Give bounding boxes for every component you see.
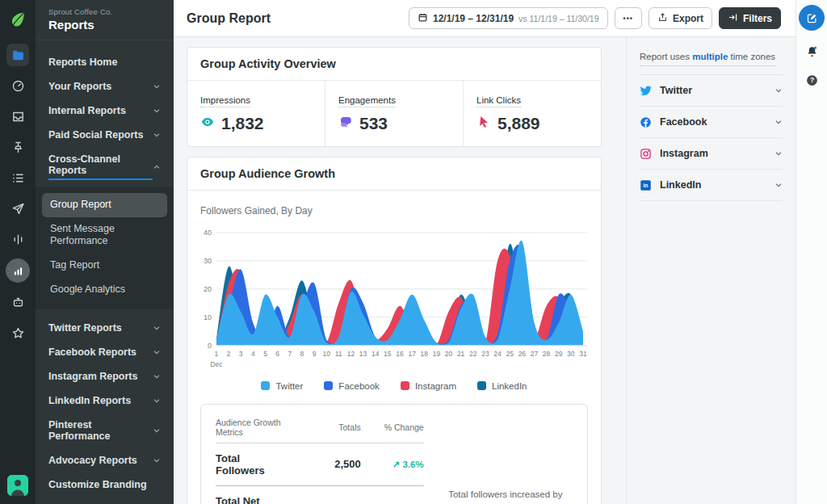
instagram-icon: [640, 148, 652, 160]
metric-label[interactable]: Link Clicks: [476, 95, 521, 107]
sidebar-item-pinterest-performance[interactable]: Pinterest Performance: [36, 413, 174, 448]
svg-text:17: 17: [408, 350, 416, 358]
page-title: Group Report: [187, 11, 271, 26]
followers-increase-stat: Total followers increased by 3.6%: [424, 418, 573, 504]
sprout-logo-icon[interactable]: [6, 8, 29, 31]
bot-icon[interactable]: [6, 291, 29, 313]
legend-item-twitter[interactable]: Twitter: [261, 381, 303, 391]
sidebar-item-twitter-reports[interactable]: Twitter Reports: [36, 316, 174, 340]
channel-section-facebook[interactable]: Facebook: [640, 106, 783, 137]
svg-text:26: 26: [518, 350, 527, 358]
svg-text:Dec: Dec: [210, 360, 223, 368]
audience-growth-chart-wrap[interactable]: 0102030401234567891011121314151617181920…: [200, 228, 588, 370]
folder-icon[interactable]: [6, 44, 29, 66]
sidebar-item-advocacy-reports[interactable]: Advocacy Reports: [36, 448, 174, 472]
cross-channel-submenu: Group Report Sent Message Performance Ta…: [36, 187, 174, 309]
sidebar-item-reports-home[interactable]: Reports Home: [36, 50, 174, 74]
table-row: Total Net Follower Growth 39: [216, 486, 424, 504]
sidebar-nav-channels: Twitter Reports Facebook Reports Instagr…: [36, 309, 174, 497]
metric-label[interactable]: Impressions: [200, 95, 250, 107]
facebook-icon: [640, 116, 652, 128]
group-activity-overview-card: Group Activity Overview Impressions 1,83…: [187, 47, 602, 147]
help-icon[interactable]: ?: [805, 74, 819, 87]
chevron-down-icon: [775, 146, 783, 161]
send-icon[interactable]: [6, 197, 29, 220]
svg-text:4: 4: [251, 350, 255, 358]
sidebar-item-internal-reports[interactable]: Internal Reports: [36, 99, 174, 123]
filters-button[interactable]: Filters: [719, 7, 781, 29]
table-header-row: Audience Growth Metrics Totals % Change: [216, 418, 424, 443]
svg-text:20: 20: [204, 285, 212, 293]
svg-text:8: 8: [300, 350, 304, 358]
sidebar-item-cross-channel-reports[interactable]: Cross-Channel Reports: [36, 147, 174, 187]
stat-caption: Total followers increased by: [448, 489, 562, 499]
channel-section-instagram[interactable]: Instagram: [640, 137, 783, 169]
sidebar-item-your-reports[interactable]: Your Reports: [36, 74, 174, 99]
svg-text:23: 23: [481, 350, 489, 358]
card-title: Group Audience Growth: [187, 158, 601, 191]
filters-icon: [728, 12, 738, 25]
account-name: Sprout Coffee Co.: [48, 7, 161, 16]
pin-icon[interactable]: [6, 136, 29, 158]
metric-impressions: Impressions 1,832: [187, 81, 325, 146]
chevron-down-icon: [153, 456, 161, 464]
list-icon[interactable]: [6, 166, 29, 189]
main-column: Group Report 12/1/19 – 12/31/19 vs 11/1/…: [174, 0, 796, 504]
chevron-up-icon: [153, 163, 161, 171]
export-button[interactable]: Export: [649, 7, 712, 29]
compose-button[interactable]: [799, 5, 825, 31]
legend-item-facebook[interactable]: Facebook: [324, 381, 380, 391]
sidebar-item-linkedin-reports[interactable]: LinkedIn Reports: [36, 388, 174, 413]
audience-growth-metrics-box: Audience Growth Metrics Totals % Change …: [200, 404, 588, 504]
svg-text:19: 19: [433, 350, 441, 358]
chevron-down-icon: [775, 83, 783, 98]
chart-subtitle: Followers Gained, By Day: [200, 205, 588, 216]
channel-section-twitter[interactable]: Twitter: [640, 74, 783, 106]
column-header: % Change: [361, 422, 424, 432]
chevron-down-icon: [153, 426, 161, 435]
report-header: Group Report 12/1/19 – 12/31/19 vs 11/1/…: [174, 0, 796, 37]
reports-sidebar: Sprout Coffee Co. Reports Reports Home Y…: [36, 0, 174, 504]
card-title: Group Activity Overview: [187, 48, 601, 81]
svg-text:28: 28: [543, 350, 551, 358]
sidebar-item-group-report[interactable]: Group Report: [42, 193, 167, 217]
bar-chart-icon[interactable]: [6, 258, 30, 283]
group-audience-growth-card: Group Audience Growth Followers Gained, …: [187, 157, 602, 504]
channel-section-linkedin[interactable]: in LinkedIn: [640, 169, 783, 201]
sidebar-item-google-analytics[interactable]: Google Analytics: [42, 278, 167, 302]
notifications-bell-icon[interactable]: [805, 45, 819, 59]
sidebar-item-instagram-reports[interactable]: Instagram Reports: [36, 364, 174, 388]
user-avatar[interactable]: [7, 475, 28, 496]
legend-item-instagram[interactable]: Instagram: [401, 381, 456, 391]
column-header: Audience Growth Metrics: [216, 418, 292, 437]
svg-text:30: 30: [204, 257, 212, 265]
sidebar-item-paid-social-reports[interactable]: Paid Social Reports: [36, 123, 174, 147]
metric-label[interactable]: Engagements: [338, 95, 396, 107]
linkedin-icon: in: [640, 179, 652, 191]
sidebar-item-facebook-reports[interactable]: Facebook Reports: [36, 340, 174, 364]
chart-legend: Twitter Facebook Instagram LinkedIn: [200, 381, 588, 391]
trend-up-icon: ↗: [393, 460, 401, 469]
pulse-icon[interactable]: [6, 228, 29, 250]
chevron-down-icon: [775, 115, 783, 129]
legend-swatch: [261, 381, 270, 390]
svg-text:9: 9: [313, 350, 317, 358]
svg-text:18: 18: [421, 350, 429, 358]
sidebar-item-sent-message-performance[interactable]: Sent Message Performance: [42, 217, 147, 254]
date-range-button[interactable]: 12/1/19 – 12/31/19 vs 11/1/19 – 11/30/19: [409, 7, 608, 29]
svg-text:6: 6: [275, 350, 279, 358]
sidebar-item-tag-report[interactable]: Tag Report: [42, 254, 167, 278]
legend-swatch: [401, 381, 409, 390]
more-options-button[interactable]: •••: [615, 7, 642, 29]
legend-item-linkedin[interactable]: LinkedIn: [477, 381, 527, 391]
star-icon[interactable]: [6, 321, 29, 344]
gauge-icon[interactable]: [6, 74, 29, 97]
svg-text:29: 29: [555, 350, 563, 358]
sidebar-item-customize-branding[interactable]: Customize Branding: [36, 472, 174, 497]
metric-value: 533: [359, 114, 388, 133]
timezone-link[interactable]: multiple: [692, 52, 728, 61]
inbox-icon[interactable]: [6, 105, 29, 128]
twitter-icon: [640, 85, 652, 97]
metric-engagements: Engagements 533: [325, 81, 464, 146]
legend-swatch: [324, 381, 333, 390]
